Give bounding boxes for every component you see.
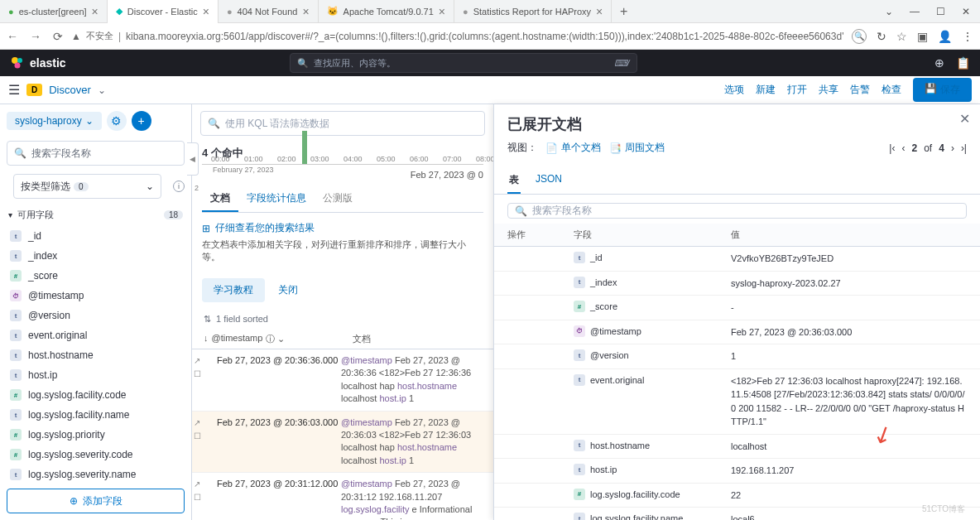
chevron-down-icon: ⌄ — [85, 115, 94, 127]
chevron-down-icon[interactable]: ⌄ — [98, 84, 106, 96]
dataview-add-button[interactable]: + — [132, 111, 151, 131]
new-link[interactable]: 新建 — [756, 83, 776, 97]
tour-learn-button[interactable]: 学习教程 — [202, 278, 265, 302]
browser-tab[interactable]: ●Statistics Report for HAProxy× — [454, 0, 612, 23]
tab-table[interactable]: 表 — [507, 168, 521, 194]
flyout-field-row: t_idV2vfkoYB26BTzy9TeJED — [494, 247, 980, 272]
add-field-button[interactable]: ⊕ 添加字段 — [7, 489, 185, 513]
field-item[interactable]: tlog.syslog.facility.name — [0, 405, 191, 425]
nav-toggle-icon[interactable]: ☰ — [8, 82, 20, 98]
share-link[interactable]: 共享 — [819, 83, 838, 97]
flyout-close-icon[interactable]: ✕ — [959, 111, 970, 127]
dataview-selector[interactable]: syslog-haproxy ⌄ — [7, 112, 102, 130]
tab-close-icon[interactable]: × — [92, 5, 98, 18]
help-icon[interactable]: ⊕ — [934, 56, 944, 70]
type-filter[interactable]: 按类型筛选 0 ⌄ — [13, 174, 161, 199]
flyout-table-header: 操作 字段 值 — [494, 224, 980, 247]
kibana-search[interactable]: 🔍 查找应用、内容等。 ⌨/ — [290, 53, 637, 73]
available-fields-header[interactable]: ▾ 可用字段 18 — [0, 204, 191, 226]
tab-field-stats[interactable]: 字段统计信息 — [238, 186, 315, 212]
dataview-settings-button[interactable]: ⚙ — [107, 111, 127, 131]
forward-icon[interactable]: → — [30, 30, 41, 43]
maximize-icon[interactable]: ☐ — [936, 6, 945, 17]
sort-indicator[interactable]: ⇅ 1 field sorted — [192, 309, 493, 330]
tab-close-icon[interactable]: × — [302, 5, 309, 18]
browser-tabs: ●es-cluster[green]×◆Discover - Elastic×●… — [0, 0, 980, 23]
menu-icon[interactable]: ⋮ — [962, 30, 973, 43]
tab-close-icon[interactable]: × — [596, 5, 603, 18]
profile-icon[interactable]: 👤 — [938, 30, 952, 43]
info-icon[interactable]: i — [173, 181, 185, 192]
field-item[interactable]: ⏱@timestamp — [0, 286, 191, 306]
open-link[interactable]: 打开 — [787, 83, 807, 97]
blocked-icon[interactable]: ▣ — [917, 30, 928, 43]
field-item[interactable]: t@version — [0, 306, 191, 325]
kql-input[interactable]: 🔍 使用 KQL 语法筛选数据 — [200, 111, 485, 136]
reload-icon[interactable]: ⟳ — [53, 30, 63, 43]
surrounding-docs-link[interactable]: 📑 周围文档 — [609, 141, 665, 155]
new-tab-button[interactable]: + — [612, 4, 636, 19]
last-page-icon[interactable]: ›| — [961, 142, 967, 154]
flyout-field-search[interactable]: 🔍 搜索字段名称 — [507, 203, 967, 219]
chevron-down-icon: ▾ — [8, 210, 12, 219]
alerts-link[interactable]: 告警 — [850, 83, 870, 97]
prev-page-icon[interactable]: ‹ — [901, 142, 905, 154]
tab-close-icon[interactable]: × — [439, 5, 445, 18]
field-search-input[interactable]: 🔍 搜索字段名称 — [7, 141, 185, 166]
first-page-icon[interactable]: |‹ — [889, 142, 895, 154]
sidebar-collapse-icon[interactable]: ◀ — [187, 142, 199, 176]
browser-tab[interactable]: ◆Discover - Elastic× — [108, 0, 219, 23]
field-item[interactable]: thost.ip — [0, 365, 191, 385]
browser-tab[interactable]: ●es-cluster[green]× — [0, 0, 108, 23]
single-doc-link[interactable]: 📄 单个文档 — [545, 141, 601, 155]
doc-row[interactable]: ↗☐Feb 27, 2023 @ 20:36:03.000@timestamp … — [192, 412, 493, 474]
back-icon[interactable]: ← — [7, 30, 18, 43]
flyout-field-row: ⏱@timestampFeb 27, 2023 @ 20:36:03.000 — [494, 320, 980, 345]
field-item[interactable]: t_id — [0, 226, 191, 246]
options-link[interactable]: 选项 — [724, 83, 744, 97]
field-item[interactable]: thost.hostname — [0, 345, 191, 365]
col-timestamp[interactable]: @timestamp — [212, 333, 263, 345]
search-placeholder: 查找应用、内容等。 — [314, 57, 396, 70]
flyout-field-row: #_score- — [494, 296, 980, 320]
inspect-link[interactable]: 检查 — [882, 83, 901, 97]
field-item[interactable]: tlog.syslog.severity.name — [0, 465, 191, 482]
history-icon[interactable]: ↻ — [877, 30, 886, 43]
search-icon: 🔍 — [14, 147, 26, 159]
field-item[interactable]: t_index — [0, 246, 191, 266]
minimize-icon[interactable]: — — [910, 6, 920, 17]
flyout-field-row: tevent.original<182>Feb 27 12:36:03 loca… — [494, 369, 980, 435]
chevron-down-icon[interactable]: ⌄ — [885, 6, 893, 17]
doc-row[interactable]: ↗☐Feb 27, 2023 @ 20:31:12.000@timestamp … — [192, 473, 493, 520]
field-item[interactable]: #log.syslog.priority — [0, 425, 191, 445]
newsfeed-icon[interactable]: 📋 — [956, 56, 970, 70]
expand-icon[interactable]: ↗ — [194, 355, 217, 367]
expand-icon[interactable]: ↗ — [194, 417, 217, 429]
save-button[interactable]: 💾 保存 — [913, 78, 972, 102]
translate-icon[interactable]: 🔍 — [852, 29, 867, 44]
field-item[interactable]: tevent.original — [0, 325, 191, 345]
insecure-label: 不安全 — [86, 30, 113, 42]
url-box[interactable]: ▲ 不安全 | kibana.mooreyxia.org:5601/app/di… — [71, 30, 843, 42]
discover-link[interactable]: Discover — [49, 84, 91, 96]
kibana-header: elastic 🔍 查找应用、内容等。 ⌨/ ⊕ 📋 — [0, 50, 980, 76]
next-page-icon[interactable]: › — [951, 142, 954, 154]
field-item[interactable]: #log.syslog.severity.code — [0, 445, 191, 465]
tour-close-button[interactable]: 关闭 — [278, 278, 298, 302]
browser-tab[interactable]: 🐱Apache Tomcat/9.0.71× — [319, 0, 454, 23]
histogram-chart[interactable]: 4 2 February 27, 2023 00:00 01:00 02:00 … — [202, 164, 483, 165]
doc-row[interactable]: ↗☐Feb 27, 2023 @ 20:36:36.000@timestamp … — [192, 349, 493, 412]
tour-tip: ⊞ 仔细查看您的搜索结果 在文档表中添加相关字段，对列进行重新排序和排序，调整行… — [202, 221, 483, 263]
tab-json[interactable]: JSON — [534, 168, 564, 194]
elastic-logo[interactable]: elastic — [10, 55, 66, 70]
field-item[interactable]: #log.syslog.facility.code — [0, 385, 191, 405]
browser-tab[interactable]: ●404 Not Found× — [219, 0, 319, 23]
close-icon[interactable]: ✕ — [962, 6, 970, 17]
field-item[interactable]: #_score — [0, 266, 191, 286]
tab-close-icon[interactable]: × — [203, 5, 209, 18]
col-document[interactable]: 文档 — [353, 333, 371, 345]
flyout-field-row: #log.syslog.facility.code22 — [494, 484, 980, 508]
expand-icon[interactable]: ↗ — [194, 479, 217, 490]
star-icon[interactable]: ☆ — [896, 30, 907, 43]
tab-documents[interactable]: 文档 — [202, 186, 238, 212]
